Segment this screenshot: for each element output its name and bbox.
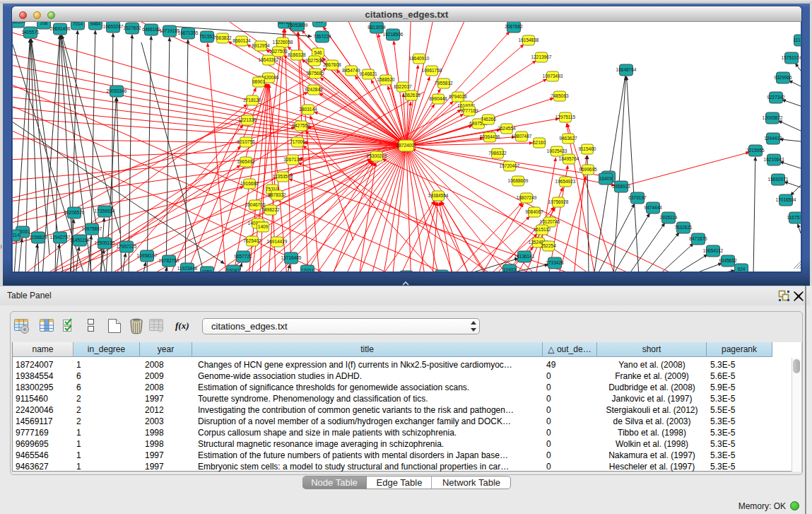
svg-text:10688609: 10688609 (508, 178, 529, 183)
svg-text:39114: 39114 (13, 233, 20, 238)
svg-text:1965492: 1965492 (237, 159, 255, 164)
svg-text:9146821: 9146821 (359, 71, 377, 76)
svg-text:3215955: 3215955 (746, 148, 765, 153)
svg-text:1409: 1409 (258, 224, 269, 229)
svg-text:10046766: 10046766 (245, 202, 266, 207)
svg-text:2867608: 2867608 (323, 62, 341, 67)
svg-text:8186328: 8186328 (288, 52, 306, 57)
svg-text:16210643: 16210643 (764, 157, 784, 162)
svg-text:10961758: 10961758 (422, 68, 442, 73)
svg-text:12942757: 12942757 (50, 235, 71, 240)
svg-text:1167533: 1167533 (787, 215, 801, 220)
svg-text:8990448: 8990448 (429, 96, 447, 101)
svg-text:10653287: 10653287 (103, 24, 124, 29)
svg-text:20053346: 20053346 (107, 88, 127, 93)
svg-text:17359924: 17359924 (95, 209, 115, 214)
svg-text:17957225: 17957225 (117, 244, 137, 249)
svg-text:12213967: 12213967 (531, 54, 552, 59)
svg-text:1221336: 1221336 (238, 117, 257, 122)
svg-text:11451194: 11451194 (70, 238, 90, 243)
svg-text:9699695: 9699695 (579, 167, 597, 172)
svg-text:8471676: 8471676 (689, 236, 707, 241)
svg-text:7986322: 7986322 (488, 151, 507, 156)
svg-text:62160: 62160 (533, 140, 546, 145)
svg-text:1362615: 1362615 (402, 93, 420, 98)
svg-text:15716485: 15716485 (281, 255, 302, 260)
svg-text:7955812: 7955812 (435, 81, 453, 86)
svg-text:16671355: 16671355 (178, 30, 199, 35)
svg-text:9327508: 9327508 (305, 58, 324, 63)
svg-text:6794028: 6794028 (449, 94, 467, 99)
svg-text:9777169: 9777169 (460, 108, 478, 113)
svg-text:6379197: 6379197 (628, 195, 647, 200)
svg-text:98901: 98901 (252, 79, 265, 84)
svg-text:7625402: 7625402 (243, 238, 261, 243)
svg-text:924: 924 (738, 267, 746, 271)
svg-text:9242848: 9242848 (305, 87, 323, 92)
svg-text:1615112: 1615112 (534, 227, 551, 232)
svg-text:6466160: 6466160 (142, 27, 160, 32)
svg-text:2935114: 2935114 (660, 215, 678, 220)
svg-text:3267130: 3267130 (283, 157, 302, 162)
svg-text:3624554: 3624554 (498, 126, 516, 131)
svg-text:8427552: 8427552 (292, 123, 310, 128)
svg-text:12975115: 12975115 (555, 115, 576, 119)
svg-text:1156829: 1156829 (30, 235, 47, 240)
svg-text:188304: 188304 (13, 22, 25, 24)
svg-text:208: 208 (40, 22, 48, 25)
svg-text:9115460: 9115460 (579, 146, 596, 151)
svg-text:11923448: 11923448 (177, 266, 198, 271)
svg-text:10493: 10493 (503, 267, 516, 271)
svg-text:1588520: 1588520 (377, 77, 395, 82)
svg-text:7663822: 7663822 (213, 35, 232, 40)
svg-text:1244413: 1244413 (764, 136, 782, 141)
svg-text:18495764: 18495764 (559, 156, 579, 161)
svg-text:10756928: 10756928 (548, 199, 569, 204)
svg-text:16914479: 16914479 (267, 239, 288, 244)
svg-text:2718120: 2718120 (243, 98, 261, 103)
svg-text:9084067: 9084067 (525, 209, 543, 214)
svg-text:14136141: 14136141 (514, 254, 535, 259)
svg-text:7632621: 7632621 (674, 225, 693, 230)
svg-text:15720407: 15720407 (500, 163, 520, 168)
svg-text:9464: 9464 (90, 22, 101, 26)
svg-text:546: 546 (314, 50, 322, 55)
svg-text:1733426: 1733426 (546, 260, 564, 265)
svg-text:20206576: 20206576 (64, 210, 85, 215)
svg-text:10973493: 10973493 (543, 74, 563, 78)
svg-text:16154838: 16154838 (519, 37, 539, 42)
svg-text:2803144: 2803144 (299, 107, 317, 112)
svg-text:11353594: 11353594 (273, 174, 293, 179)
svg-text:1405571: 1405571 (21, 30, 40, 35)
svg-text:5958923: 5958923 (612, 184, 630, 189)
svg-text:f(x): f(x) (175, 320, 189, 331)
svg-text:16782759: 16782759 (159, 258, 180, 263)
svg-text:20364436: 20364436 (480, 134, 500, 139)
svg-text:19218506: 19218506 (383, 32, 404, 37)
svg-text:252254: 252254 (541, 243, 556, 248)
svg-text:8660124: 8660124 (233, 38, 251, 43)
svg-text:8813054: 8813054 (367, 25, 386, 30)
svg-text:10120746: 10120746 (540, 219, 560, 224)
svg-text:16409: 16409 (599, 176, 612, 181)
svg-text:746266: 746266 (481, 117, 496, 122)
svg-text:15692971: 15692971 (768, 177, 789, 182)
svg-text:12031: 12031 (301, 268, 314, 271)
svg-text:111254: 111254 (794, 37, 801, 42)
svg-text:751552: 751552 (199, 34, 215, 39)
svg-text:1916682: 1916682 (240, 181, 259, 186)
svg-text:166: 166 (316, 22, 324, 23)
svg-text:9327503: 9327503 (269, 49, 288, 54)
svg-text:18807249: 18807249 (517, 195, 537, 200)
svg-text:19384554: 19384554 (428, 193, 449, 198)
svg-text:12093872: 12093872 (763, 115, 783, 120)
svg-text:3875685: 3875685 (306, 71, 324, 76)
svg-text:5498222: 5498222 (261, 207, 280, 212)
svg-text:1527602: 1527602 (123, 25, 141, 30)
svg-text:7485063: 7485063 (551, 93, 569, 98)
svg-text:16543362: 16543362 (259, 57, 279, 62)
svg-text:10807487: 10807487 (512, 134, 532, 139)
svg-text:9245652: 9245652 (719, 258, 737, 263)
svg-text:9474444: 9474444 (644, 205, 662, 210)
svg-text:13226058: 13226058 (273, 40, 293, 45)
